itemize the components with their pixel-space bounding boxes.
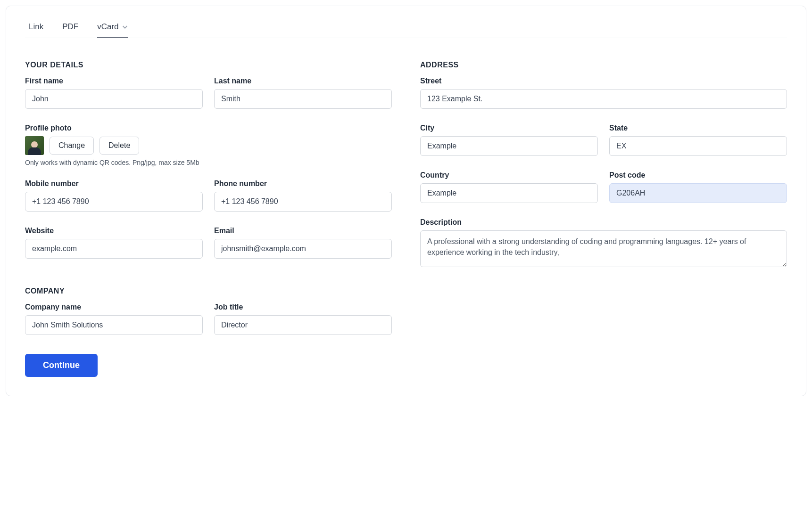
company-name-label: Company name <box>25 303 203 311</box>
field-city: City <box>420 124 598 156</box>
tabs-bar: Link PDF vCard <box>25 17 787 38</box>
street-label: Street <box>420 77 787 85</box>
profile-photo-label: Profile photo <box>25 124 392 132</box>
description-textarea[interactable] <box>420 230 787 267</box>
field-mobile: Mobile number <box>25 179 203 212</box>
field-first-name: First name <box>25 77 203 109</box>
mobile-input[interactable] <box>25 192 203 212</box>
website-label: Website <box>25 227 203 235</box>
state-input[interactable] <box>609 136 787 156</box>
job-title-label: Job title <box>214 303 392 311</box>
right-column: ADDRESS Street City State Country <box>420 61 787 377</box>
field-company-name: Company name <box>25 303 203 335</box>
field-state: State <box>609 124 787 156</box>
section-address: ADDRESS <box>420 61 787 69</box>
left-column: YOUR DETAILS First name Last name Profil… <box>25 61 392 377</box>
field-email: Email <box>214 227 392 259</box>
phone-label: Phone number <box>214 179 392 188</box>
post-code-label: Post code <box>609 171 787 179</box>
field-country: Country <box>420 171 598 203</box>
field-description: Description <box>420 218 787 269</box>
avatar <box>25 136 44 155</box>
delete-photo-button[interactable]: Delete <box>99 137 139 155</box>
tab-vcard[interactable]: vCard <box>97 17 128 38</box>
phone-input[interactable] <box>214 192 392 212</box>
first-name-label: First name <box>25 77 203 85</box>
country-input[interactable] <box>420 183 598 203</box>
mobile-label: Mobile number <box>25 179 203 188</box>
field-phone: Phone number <box>214 179 392 212</box>
tab-link[interactable]: Link <box>29 17 43 38</box>
email-label: Email <box>214 227 392 235</box>
field-website: Website <box>25 227 203 259</box>
section-company: COMPANY <box>25 287 392 295</box>
email-input[interactable] <box>214 239 392 259</box>
chevron-down-icon <box>122 24 128 30</box>
city-label: City <box>420 124 598 132</box>
field-profile-photo: Profile photo Change Delete <box>25 124 392 155</box>
state-label: State <box>609 124 787 132</box>
continue-button[interactable]: Continue <box>25 354 98 377</box>
country-label: Country <box>420 171 598 179</box>
photo-hint: Only works with dynamic QR codes. Png/jp… <box>25 159 392 166</box>
tab-pdf[interactable]: PDF <box>62 17 78 38</box>
section-your-details: YOUR DETAILS <box>25 61 392 69</box>
field-street: Street <box>420 77 787 109</box>
last-name-input[interactable] <box>214 89 392 109</box>
form-card: Link PDF vCard YOUR DETAILS First name L… <box>6 6 806 396</box>
description-label: Description <box>420 218 787 227</box>
field-last-name: Last name <box>214 77 392 109</box>
last-name-label: Last name <box>214 77 392 85</box>
street-input[interactable] <box>420 89 787 109</box>
tab-vcard-label: vCard <box>97 22 118 32</box>
company-name-input[interactable] <box>25 315 203 335</box>
job-title-input[interactable] <box>214 315 392 335</box>
post-code-input[interactable] <box>609 183 787 203</box>
field-post-code: Post code <box>609 171 787 203</box>
website-input[interactable] <box>25 239 203 259</box>
change-photo-button[interactable]: Change <box>50 137 94 155</box>
city-input[interactable] <box>420 136 598 156</box>
first-name-input[interactable] <box>25 89 203 109</box>
field-job-title: Job title <box>214 303 392 335</box>
